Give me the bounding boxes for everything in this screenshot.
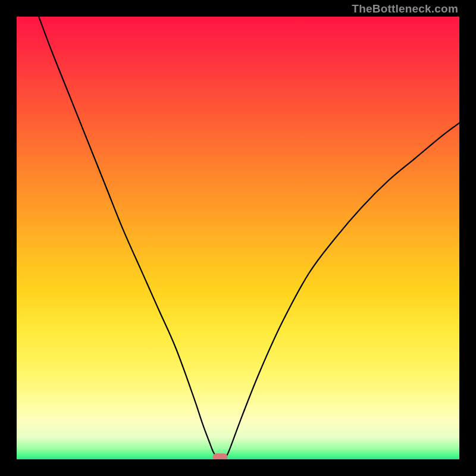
optimal-marker: [213, 453, 228, 459]
plot-area: [17, 17, 459, 459]
outer-frame: TheBottleneck.com: [0, 0, 476, 476]
bottleneck-curve: [17, 17, 459, 459]
watermark-text: TheBottleneck.com: [352, 2, 458, 15]
